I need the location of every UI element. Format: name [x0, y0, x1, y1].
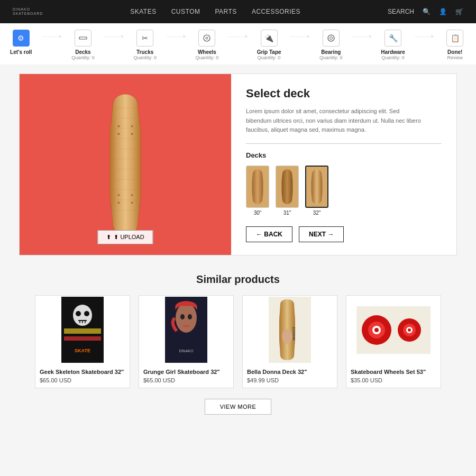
- product-card-img-2: DONNA: [243, 296, 337, 364]
- nav-buttons: ← BACK NEXT →: [246, 226, 442, 242]
- main-nav: SKATES CUSTOM PARTS ACCESSORIES: [130, 8, 300, 15]
- wizard-icon-lets-roll: ⚙: [13, 30, 30, 47]
- deck-option-label-30: 30": [254, 210, 262, 216]
- search-icon[interactable]: 🔍: [423, 8, 431, 15]
- product-card-2[interactable]: DONNA Bella Donna Deck 32" $49.99 USD: [242, 295, 337, 388]
- nav-accessories[interactable]: ACCESSORIES: [252, 8, 300, 15]
- nav-skates[interactable]: SKATES: [130, 8, 156, 15]
- svg-point-4: [329, 37, 332, 40]
- product-price-3: $35.00 USD: [351, 377, 436, 383]
- wizard-icon-decks: [75, 30, 91, 47]
- product-card-body-3: Skateboard Wheels Set 53" $35.00 USD: [346, 364, 441, 388]
- product-name-1: Grunge Girl Skateboard 32": [143, 369, 229, 375]
- back-button[interactable]: ← BACK: [246, 226, 292, 242]
- wizard-label-hardware: Hardware: [381, 49, 405, 55]
- svg-point-3: [328, 35, 334, 41]
- product-card-img-1: DINAKO: [139, 296, 233, 364]
- next-button[interactable]: NEXT →: [299, 226, 344, 242]
- svg-rect-21: [64, 328, 101, 334]
- svg-rect-0: [79, 37, 87, 39]
- product-card-3[interactable]: Skateboard Wheels Set 53" $35.00 USD: [346, 295, 441, 388]
- svg-point-15: [118, 202, 120, 204]
- product-card-body-0: Geek Skeleton Skateboard 32" $65.00 USD: [35, 364, 130, 388]
- similar-title: Similar products: [19, 273, 457, 286]
- product-price-0: $65.00 USD: [40, 377, 125, 383]
- header-actions: SEARCH 🔍 👤 🛒: [388, 8, 463, 15]
- wizard-icon-wheels: [198, 30, 215, 47]
- logo-sub: SKATEBOARD: [13, 12, 43, 16]
- product-card-0[interactable]: SKATE Geek Skeleton Skateboard 32" $65.0…: [35, 295, 130, 388]
- wizard-icon-hardware: 🔧: [385, 30, 401, 47]
- wizard-step-bearing[interactable]: Bearing Quantity: 0: [310, 30, 352, 60]
- svg-text:SKATE: SKATE: [75, 348, 90, 353]
- wizard-arrow-7: ·········>: [414, 34, 434, 39]
- search-label[interactable]: SEARCH: [388, 8, 414, 15]
- wizard-label-done: Done!: [447, 49, 462, 55]
- wizard-arrow-1: ·········>: [42, 34, 62, 39]
- logo[interactable]: DINAKO SKATEBOARD: [13, 7, 43, 15]
- svg-rect-22: [64, 336, 101, 341]
- nav-parts[interactable]: PARTS: [215, 8, 236, 15]
- svg-point-11: [118, 133, 120, 135]
- view-more-wrap: VIEW MORE: [19, 399, 457, 415]
- wizard-arrow-3: ·········>: [166, 34, 186, 39]
- wizard-step-decks[interactable]: Decks Quantity: 0: [62, 30, 104, 60]
- wizard-bar: ⚙ Let's roll ·········> Decks Quantity: …: [0, 23, 476, 65]
- customizer-form: Select deck Lorem ipsum dolor sit amet, …: [231, 74, 456, 255]
- wizard-label-decks: Decks: [75, 49, 90, 55]
- wizard-arrow-2: ·········>: [104, 34, 124, 39]
- view-more-button[interactable]: VIEW MORE: [205, 399, 272, 415]
- wizard-qty-wheels: Quantity: 0: [196, 55, 219, 60]
- svg-point-27: [188, 314, 192, 319]
- wizard-step-wheels[interactable]: Wheels Quantity: 0: [186, 30, 228, 60]
- wizard-label-lets-roll: Let's roll: [10, 49, 32, 55]
- svg-point-36: [374, 328, 379, 332]
- wizard-label-trucks: Trucks: [136, 49, 153, 55]
- svg-point-6: [331, 41, 332, 42]
- wizard-qty-hardware: Quantity: 0: [381, 55, 405, 60]
- product-card-1[interactable]: DINAKO Grunge Girl Skateboard 32" $65.00…: [139, 295, 234, 388]
- deck-preview-image: [83, 93, 168, 236]
- main-content: ⬆ ⬆ UPLOAD Select deck Lorem ipsum dolor…: [11, 65, 465, 434]
- deck-option-img-31: [276, 166, 299, 208]
- deck-option-img-32: [305, 166, 328, 208]
- svg-point-20: [84, 311, 89, 316]
- wizard-label-grip-tape: Grip Tape: [257, 49, 281, 55]
- deck-option-label-32: 32": [313, 210, 321, 216]
- upload-icon: ⬆: [106, 234, 111, 241]
- wizard-qty-bearing: Quantity: 0: [319, 55, 343, 60]
- product-price-1: $65.00 USD: [143, 377, 229, 383]
- customizer-preview: ⬆ ⬆ UPLOAD: [20, 74, 231, 255]
- svg-point-8: [334, 38, 335, 39]
- svg-point-5: [331, 35, 332, 36]
- svg-point-25: [176, 303, 197, 333]
- wizard-icon-trucks: ✂: [136, 30, 153, 47]
- deck-option-31[interactable]: 31": [276, 166, 299, 216]
- wizard-step-trucks[interactable]: ✂ Trucks Quantity: 0: [124, 30, 166, 60]
- svg-point-30: [282, 329, 292, 344]
- svg-point-16: [131, 202, 133, 204]
- svg-text:DONNA: DONNA: [292, 327, 296, 341]
- svg-point-10: [131, 125, 133, 127]
- svg-point-13: [118, 194, 120, 196]
- nav-custom[interactable]: CUSTOM: [171, 8, 200, 15]
- wizard-step-done[interactable]: 📋 Done! Review: [434, 30, 476, 60]
- similar-products-section: Similar products SKATE: [19, 268, 457, 425]
- upload-button[interactable]: ⬆ ⬆ UPLOAD: [97, 230, 153, 244]
- cart-icon[interactable]: 🛒: [455, 8, 463, 15]
- product-card-body-2: Bella Donna Deck 32" $49.99 USD: [243, 364, 337, 388]
- deck-option-img-30: [246, 166, 269, 208]
- product-card-body-1: Grunge Girl Skateboard 32" $65.00 USD: [139, 364, 233, 388]
- wizard-step-grip-tape[interactable]: 🔌 Grip Tape Quantity: 0: [248, 30, 290, 60]
- account-icon[interactable]: 👤: [439, 8, 447, 15]
- product-card-img-0: SKATE: [35, 296, 130, 364]
- wizard-label-bearing: Bearing: [321, 49, 341, 55]
- wizard-icon-bearing: [323, 30, 340, 47]
- wizard-step-hardware[interactable]: 🔧 Hardware Quantity: 0: [372, 30, 414, 60]
- upload-label: ⬆ UPLOAD: [114, 234, 144, 241]
- wizard-step-lets-roll[interactable]: ⚙ Let's roll: [0, 30, 42, 55]
- deck-option-30[interactable]: 30": [246, 166, 269, 216]
- select-deck-title: Select deck: [246, 87, 442, 100]
- deck-option-32[interactable]: 32": [305, 166, 328, 216]
- svg-point-9: [118, 125, 120, 127]
